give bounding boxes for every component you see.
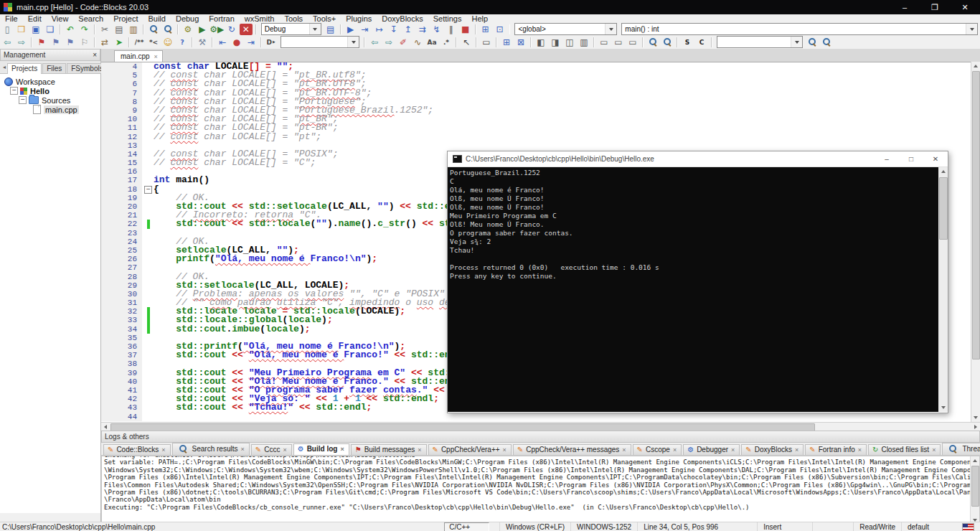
build-and-run-button[interactable]: ⚙▶ <box>210 24 224 35</box>
rebuild-button[interactable]: ↻ <box>225 24 238 35</box>
goto-implementation-button[interactable]: ⇥ <box>245 37 258 48</box>
console-title-bar[interactable]: C:\Users\Franco\Desktop\cb\cpp\Hello\bin… <box>448 151 948 167</box>
compiler-messages-button[interactable]: ▤ <box>324 24 337 35</box>
fold-toggle-icon[interactable]: − <box>144 186 152 194</box>
build-log-content[interactable]: Checking for existence: C:\Users\Franco\… <box>101 456 980 525</box>
collapse-icon[interactable]: − <box>10 87 18 95</box>
close-tab-icon[interactable]: × <box>858 446 862 454</box>
editor-tab-maincpp[interactable]: main.cpp × <box>114 50 163 62</box>
close-tab-icon[interactable]: × <box>340 446 344 453</box>
swap-header-source-button[interactable]: ⇄ <box>98 37 111 48</box>
chevron-down-icon[interactable] <box>966 24 977 34</box>
scroll-down-icon[interactable] <box>938 403 948 412</box>
close-tab-icon[interactable]: × <box>161 446 165 454</box>
incsearch-options-button[interactable] <box>820 37 833 48</box>
run-to-cursor-button[interactable]: ⇥ <box>359 24 372 35</box>
wxsmith-button[interactable]: ☺ <box>161 37 174 48</box>
log-tab-closed-files-list[interactable]: ↻Closed files list× <box>868 444 941 455</box>
window-layout3-button[interactable]: ▭ <box>626 37 639 48</box>
code-completion-scope-select[interactable]: <global> <box>514 23 617 35</box>
menu-file[interactable]: File <box>0 14 23 23</box>
close-tab-icon[interactable]: × <box>731 446 735 454</box>
scrollbar-thumb[interactable] <box>972 71 980 360</box>
step-into-instruction-button[interactable]: ↯ <box>430 24 443 35</box>
select-s-button[interactable]: S <box>681 37 694 48</box>
close-tab-icon[interactable]: × <box>622 446 626 454</box>
menu-project[interactable]: Project <box>108 14 143 23</box>
console-close-button[interactable]: ✕ <box>923 155 948 163</box>
break-debugger-button[interactable]: ∥ <box>445 24 458 35</box>
log-tab-build-messages[interactable]: ⚑Build messages× <box>351 444 427 455</box>
menu-tools-[interactable]: Tools+ <box>308 14 341 23</box>
console-minimize-button[interactable]: – <box>875 155 899 163</box>
window-layout1-button[interactable]: ▭ <box>598 37 611 48</box>
next-instruction-button[interactable]: ⇉ <box>416 24 429 35</box>
window-layout2-button[interactable]: ▭ <box>612 37 625 48</box>
log-tab-cscope[interactable]: ✎Cscope× <box>633 444 682 455</box>
settings-wrench-icon[interactable]: ⚒ <box>196 37 209 48</box>
goto-declaration-button[interactable]: ⇤ <box>216 37 229 48</box>
run-button[interactable]: ▶ <box>196 24 209 35</box>
scroll-up-icon[interactable] <box>971 62 980 70</box>
log-tab-build-log[interactable]: ⚙Build log× <box>293 443 349 455</box>
scroll-up-icon[interactable] <box>971 456 979 465</box>
copy-button[interactable]: ▤ <box>113 24 126 35</box>
menu-wxsmith[interactable]: wxSmith <box>240 14 280 23</box>
new-file-button[interactable]: ▯ <box>1 24 14 35</box>
chevron-down-icon[interactable] <box>347 37 359 47</box>
menu-search[interactable]: Search <box>73 14 108 23</box>
save-all-button[interactable]: ❏ <box>44 24 57 35</box>
build-target-select[interactable]: Debug <box>261 23 321 35</box>
close-tab-icon[interactable]: × <box>795 446 798 454</box>
next-bookmark-button[interactable]: ⚑ <box>64 37 77 48</box>
log-scrollbar[interactable] <box>970 456 979 525</box>
paste-button[interactable]: ▥ <box>127 24 140 35</box>
toggle-bookmark-button[interactable]: ⚑ <box>35 37 48 48</box>
menu-build[interactable]: Build <box>143 14 170 23</box>
tree-item-file[interactable]: main.cpp <box>0 105 100 114</box>
chevron-down-icon[interactable] <box>309 24 321 34</box>
open-include-button[interactable]: ➤ <box>113 37 126 48</box>
debugging-windows-button[interactable]: ⊞ <box>479 24 492 35</box>
open-file-button[interactable]: ❒ <box>15 24 28 35</box>
editor-vertical-scrollbar[interactable] <box>971 62 980 422</box>
nav-forward-button[interactable]: ⇨ <box>15 37 28 48</box>
close-tab-icon[interactable]: × <box>503 446 507 454</box>
collapse-icon[interactable]: − <box>19 96 27 104</box>
various-info-button[interactable]: ⊡ <box>494 24 507 35</box>
match-case-button[interactable]: Aa <box>425 37 438 48</box>
goto-symbol-select[interactable] <box>281 36 359 48</box>
log-tab-doxyblocks[interactable]: ✎DoxyBlocks× <box>741 444 804 455</box>
menu-settings[interactable]: Settings <box>428 14 467 23</box>
save-button[interactable]: ▣ <box>29 24 42 35</box>
undo-button[interactable]: ↶ <box>64 24 77 35</box>
build-button[interactable]: ⚙ <box>182 24 194 35</box>
redo-button[interactable]: ↷ <box>78 24 91 35</box>
highlight-occurrences-button[interactable]: ✐ <box>397 37 410 48</box>
doxyblocks-block-comment-button[interactable]: /** <box>133 37 146 48</box>
spell-check-button[interactable]: ∿ <box>411 37 424 48</box>
tab-projects[interactable]: Projects <box>7 63 42 74</box>
stop-debugger-button[interactable]: ■ <box>459 24 472 35</box>
log-tab-cppcheck-vera-messages[interactable]: ✎CppCheck/Vera++ messages× <box>513 444 631 455</box>
insert-box-button[interactable]: ▭ <box>480 37 493 48</box>
menu-fortran[interactable]: Fortran <box>204 14 239 23</box>
console-maximize-button[interactable]: □ <box>899 155 923 163</box>
split-view-button[interactable]: ◫ <box>563 37 576 48</box>
replace-button[interactable] <box>161 24 174 35</box>
menu-doxyblocks[interactable]: DoxyBlocks <box>377 14 428 23</box>
zoom-out-button[interactable] <box>661 37 674 48</box>
menu-help[interactable]: Help <box>466 14 493 23</box>
log-tab-code-blocks[interactable]: ✎Code::Blocks× <box>103 444 171 455</box>
chevron-down-icon[interactable] <box>605 24 616 34</box>
scroll-down-icon[interactable] <box>971 413 980 422</box>
cut-button[interactable]: ✂ <box>98 24 111 35</box>
browse-forward-button[interactable]: ⇨ <box>382 37 395 48</box>
unsplit-button[interactable]: ▥ <box>578 37 590 48</box>
close-tab-icon[interactable]: × <box>241 446 245 453</box>
tree-item-sources[interactable]: − Sources <box>0 95 100 105</box>
minimize-button[interactable]: – <box>890 0 920 14</box>
browse-back-button[interactable]: ⇦ <box>368 37 381 48</box>
breakpoint-button[interactable]: ● <box>230 37 243 48</box>
valgrind-button[interactable]: ⊞ <box>500 37 513 48</box>
